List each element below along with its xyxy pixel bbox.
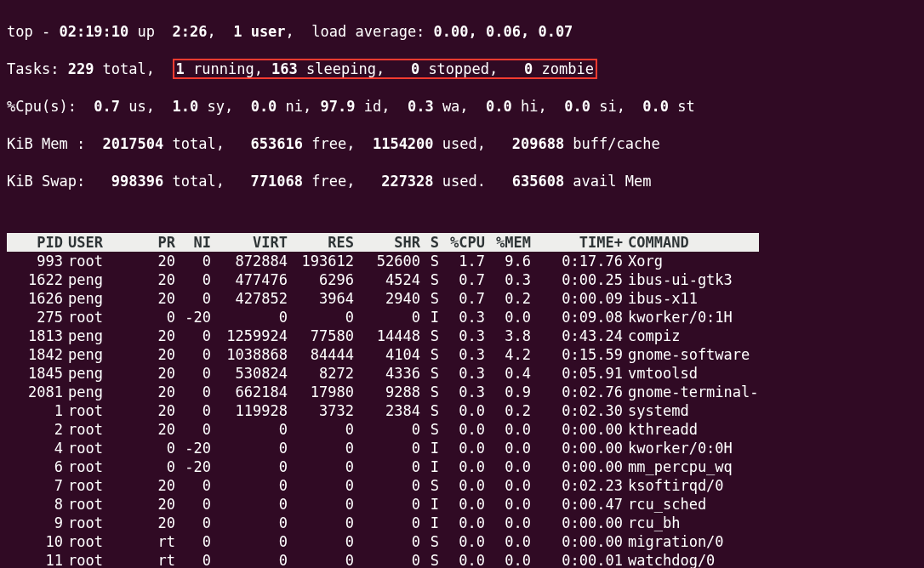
process-row[interactable]: 993root20087288419361252600S1.79.60:17.7…	[7, 252, 759, 270]
cell-mem: 0.0	[485, 457, 531, 476]
cell-ni: 0	[175, 252, 211, 270]
cell-user: root	[63, 308, 134, 327]
cell-s: I	[420, 308, 439, 327]
col-cpu[interactable]: %CPU	[439, 233, 485, 252]
process-row[interactable]: 2081peng200662184179809288S0.30.90:02.76…	[7, 383, 759, 401]
cell-time: 0:17.76	[531, 252, 623, 270]
terminal-output[interactable]: top - 02:19:10 up 2:26, 1 user, load ave…	[0, 0, 924, 568]
cell-mem: 4.2	[485, 345, 531, 364]
cell-s: S	[420, 345, 439, 364]
process-row[interactable]: 1845peng20053082482724336S0.30.40:05.91v…	[7, 364, 759, 383]
cell-time: 0:00.01	[531, 551, 623, 568]
cell-cpu: 0.0	[439, 514, 485, 532]
cell-cmd: migration/0	[623, 532, 759, 551]
cell-s: S	[420, 364, 439, 383]
process-row[interactable]: 1842peng2001038868844444104S0.34.20:15.5…	[7, 345, 759, 364]
cell-cpu: 0.3	[439, 308, 485, 327]
cell-shr: 0	[354, 514, 420, 532]
cell-cmd: rcu_sched	[623, 495, 759, 514]
cell-time: 0:00.00	[531, 532, 623, 551]
col-ni[interactable]: NI	[175, 233, 211, 252]
cell-cpu: 0.0	[439, 439, 485, 457]
cell-virt: 0	[211, 551, 288, 568]
cell-s: S	[420, 289, 439, 308]
process-row[interactable]: 1root20011992837322384S0.00.20:02.30syst…	[7, 401, 759, 420]
process-row[interactable]: 10rootrt0000S0.00.00:00.00migration/0	[7, 532, 759, 551]
cell-pid: 7	[7, 476, 63, 495]
cell-mem: 0.0	[485, 439, 531, 457]
process-row[interactable]: 2root200000S0.00.00:00.00kthreadd	[7, 420, 759, 439]
process-row[interactable]: 11rootrt0000S0.00.00:00.01watchdog/0	[7, 551, 759, 568]
col-user[interactable]: USER	[63, 233, 134, 252]
cell-virt: 662184	[211, 383, 288, 401]
cell-s: S	[420, 252, 439, 270]
cell-cmd: kworker/0:0H	[623, 439, 759, 457]
cell-pid: 1622	[7, 270, 63, 289]
cell-cmd: rcu_bh	[623, 514, 759, 532]
cell-res: 77580	[288, 327, 354, 345]
process-table-header[interactable]: PID USER PR NI VIRT RES SHR S %CPU %MEM …	[7, 233, 759, 252]
cell-ni: 0	[175, 420, 211, 439]
cell-ni: 0	[175, 383, 211, 401]
process-row[interactable]: 275root0-20000I0.30.00:09.08kworker/0:1H	[7, 308, 759, 327]
cell-time: 0:00.00	[531, 514, 623, 532]
cell-mem: 0.4	[485, 364, 531, 383]
col-pid[interactable]: PID	[7, 233, 63, 252]
cell-cmd: kworker/0:1H	[623, 308, 759, 327]
process-row[interactable]: 7root200000S0.00.00:02.23ksoftirqd/0	[7, 476, 759, 495]
cell-cmd: compiz	[623, 327, 759, 345]
cell-pid: 10	[7, 532, 63, 551]
cell-cpu: 0.3	[439, 364, 485, 383]
col-pr[interactable]: PR	[134, 233, 175, 252]
cell-pr: 20	[134, 252, 175, 270]
top-mem-line: KiB Mem : 2017504 total, 653616 free, 11…	[7, 134, 917, 153]
cell-ni: 0	[175, 514, 211, 532]
cell-user: root	[63, 439, 134, 457]
cell-virt: 0	[211, 420, 288, 439]
col-mem[interactable]: %MEM	[485, 233, 531, 252]
cell-s: I	[420, 457, 439, 476]
cell-cpu: 0.0	[439, 532, 485, 551]
cell-pid: 1842	[7, 345, 63, 364]
cell-cmd: gnome-software	[623, 345, 759, 364]
cell-time: 0:15.59	[531, 345, 623, 364]
col-shr[interactable]: SHR	[354, 233, 420, 252]
cell-pr: 20	[134, 345, 175, 364]
cell-time: 0:09.08	[531, 308, 623, 327]
cell-pid: 4	[7, 439, 63, 457]
cell-pr: 20	[134, 476, 175, 495]
cell-user: root	[63, 532, 134, 551]
cell-virt: 0	[211, 476, 288, 495]
col-s[interactable]: S	[420, 233, 439, 252]
process-row[interactable]: 6root0-20000I0.00.00:00.00mm_percpu_wq	[7, 457, 759, 476]
col-cmd[interactable]: COMMAND	[623, 233, 759, 252]
cell-res: 0	[288, 532, 354, 551]
cell-pr: 0	[134, 457, 175, 476]
col-time[interactable]: TIME+	[531, 233, 623, 252]
process-row[interactable]: 1813peng20012599247758014448S0.33.80:43.…	[7, 327, 759, 345]
cell-res: 0	[288, 457, 354, 476]
cell-user: peng	[63, 270, 134, 289]
col-virt[interactable]: VIRT	[211, 233, 288, 252]
process-row[interactable]: 8root200000I0.00.00:00.47rcu_sched	[7, 495, 759, 514]
cell-shr: 0	[354, 476, 420, 495]
top-swap-line: KiB Swap: 998396 total, 771068 free, 227…	[7, 172, 917, 190]
cell-cmd: kthreadd	[623, 420, 759, 439]
cell-shr: 4336	[354, 364, 420, 383]
cell-res: 6296	[288, 270, 354, 289]
cell-virt: 872884	[211, 252, 288, 270]
process-row[interactable]: 1626peng20042785239642940S0.70.20:00.09i…	[7, 289, 759, 308]
cell-res: 193612	[288, 252, 354, 270]
cell-cpu: 0.0	[439, 551, 485, 568]
process-row[interactable]: 4root0-20000I0.00.00:00.00kworker/0:0H	[7, 439, 759, 457]
process-row[interactable]: 9root200000I0.00.00:00.00rcu_bh	[7, 514, 759, 532]
cell-shr: 2384	[354, 401, 420, 420]
cell-pr: 0	[134, 439, 175, 457]
cell-cpu: 1.7	[439, 252, 485, 270]
process-row[interactable]: 1622peng20047747662964524S0.70.30:00.25i…	[7, 270, 759, 289]
col-res[interactable]: RES	[288, 233, 354, 252]
cell-virt: 1259924	[211, 327, 288, 345]
cell-time: 0:00.00	[531, 457, 623, 476]
cell-pr: 0	[134, 308, 175, 327]
cell-user: root	[63, 420, 134, 439]
